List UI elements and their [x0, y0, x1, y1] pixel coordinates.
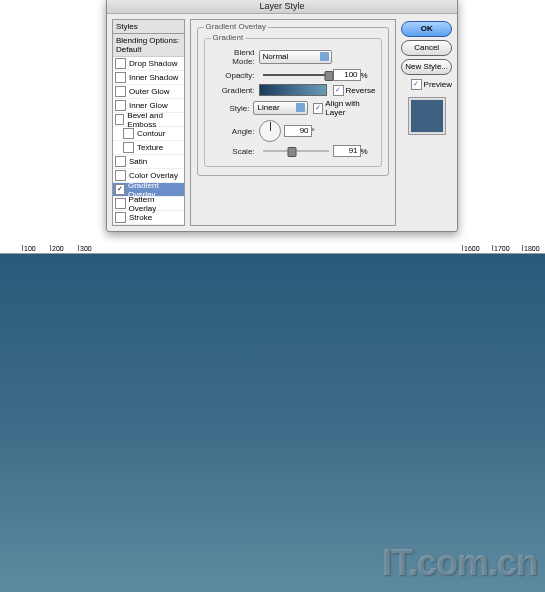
style-item-bevel-and-emboss[interactable]: Bevel and Emboss	[113, 113, 184, 127]
ruler-tick: 1700	[492, 245, 510, 251]
opacity-unit: %	[361, 71, 368, 80]
style-checkbox[interactable]	[115, 212, 126, 223]
scale-label: Scale:	[211, 147, 255, 156]
style-select[interactable]: Linear	[253, 101, 307, 115]
preview-checkbox[interactable]	[411, 79, 422, 90]
style-label: Drop Shadow	[129, 59, 177, 68]
align-checkbox[interactable]	[313, 103, 323, 114]
blend-mode-select[interactable]: Normal	[259, 50, 332, 64]
style-checkbox[interactable]	[115, 58, 126, 69]
style-item-outer-glow[interactable]: Outer Glow	[113, 85, 184, 99]
style-item-pattern-overlay[interactable]: Pattern Overlay	[113, 197, 184, 211]
ok-button[interactable]: OK	[401, 21, 452, 37]
style-item-inner-shadow[interactable]: Inner Shadow	[113, 71, 184, 85]
align-label: Align with Layer	[325, 99, 375, 117]
opacity-label: Opacity:	[211, 71, 255, 80]
dialog-titlebar[interactable]: Layer Style	[107, 0, 457, 14]
style-item-texture[interactable]: Texture	[113, 141, 184, 155]
style-label: Stroke	[129, 213, 152, 222]
style-label: Contour	[137, 129, 165, 138]
angle-label: Angle:	[211, 127, 255, 136]
style-label: Outer Glow	[129, 87, 169, 96]
style-checkbox[interactable]	[115, 100, 126, 111]
style-label: Texture	[137, 143, 163, 152]
angle-unit: °	[312, 127, 315, 136]
panel-title: Gradient Overlay	[204, 22, 268, 31]
new-style-button[interactable]: New Style...	[401, 59, 452, 75]
style-label: Inner Shadow	[129, 73, 178, 82]
preview-swatch	[408, 97, 446, 135]
blend-mode-label: Blend Mode:	[211, 48, 255, 66]
ruler-tick: 300	[78, 245, 92, 251]
style-checkbox[interactable]	[115, 156, 126, 167]
styles-list: Styles Blending Options: Default Drop Sh…	[112, 19, 185, 226]
styles-header[interactable]: Styles	[113, 20, 184, 34]
gradient-label: Gradient:	[211, 86, 255, 95]
opacity-input[interactable]: 100	[333, 69, 361, 81]
style-label: Satin	[129, 157, 147, 166]
scale-slider[interactable]	[263, 150, 329, 152]
canvas-gradient-bg	[0, 250, 545, 592]
style-label: Pattern Overlay	[129, 195, 182, 213]
style-checkbox[interactable]	[123, 128, 134, 139]
style-item-satin[interactable]: Satin	[113, 155, 184, 169]
angle-dial[interactable]	[259, 120, 281, 142]
style-checkbox[interactable]	[115, 72, 126, 83]
angle-input[interactable]: 90	[284, 125, 312, 137]
style-item-contour[interactable]: Contour	[113, 127, 184, 141]
style-label: Color Overlay	[129, 171, 178, 180]
opacity-slider[interactable]	[263, 74, 329, 76]
cancel-button[interactable]: Cancel	[401, 40, 452, 56]
gradient-group-label: Gradient	[211, 33, 246, 42]
scale-unit: %	[361, 147, 368, 156]
style-label: Bevel and Emboss	[127, 111, 181, 129]
blending-options-header[interactable]: Blending Options: Default	[113, 34, 184, 57]
dialog-buttons: OK Cancel New Style... Preview	[401, 19, 452, 226]
style-item-drop-shadow[interactable]: Drop Shadow	[113, 57, 184, 71]
style-label: Inner Glow	[129, 101, 168, 110]
ruler-tick: 200	[50, 245, 64, 251]
scale-input[interactable]: 91	[333, 145, 361, 157]
style-checkbox[interactable]	[115, 170, 126, 181]
ruler-tick: 1800	[522, 245, 540, 251]
reverse-label: Reverse	[346, 86, 376, 95]
ruler-tick: 1600	[462, 245, 480, 251]
reverse-checkbox[interactable]	[333, 85, 344, 96]
style-item-stroke[interactable]: Stroke	[113, 211, 184, 225]
ruler-tick: 100	[22, 245, 36, 251]
settings-panel: Gradient Overlay Gradient Blend Mode: No…	[190, 19, 397, 226]
style-checkbox[interactable]	[123, 142, 134, 153]
gradient-swatch[interactable]	[259, 84, 327, 96]
style-checkbox[interactable]	[115, 198, 126, 209]
style-checkbox[interactable]	[115, 184, 125, 195]
style-checkbox[interactable]	[115, 86, 126, 97]
horizontal-ruler: 100 200 300 1600 1700 1800	[0, 243, 545, 254]
watermark: IT.com.cn	[382, 542, 537, 584]
style-checkbox[interactable]	[115, 114, 124, 125]
style-label: Style:	[211, 104, 250, 113]
layer-style-dialog: Layer Style Styles Blending Options: Def…	[106, 0, 458, 232]
preview-label: Preview	[424, 80, 452, 89]
